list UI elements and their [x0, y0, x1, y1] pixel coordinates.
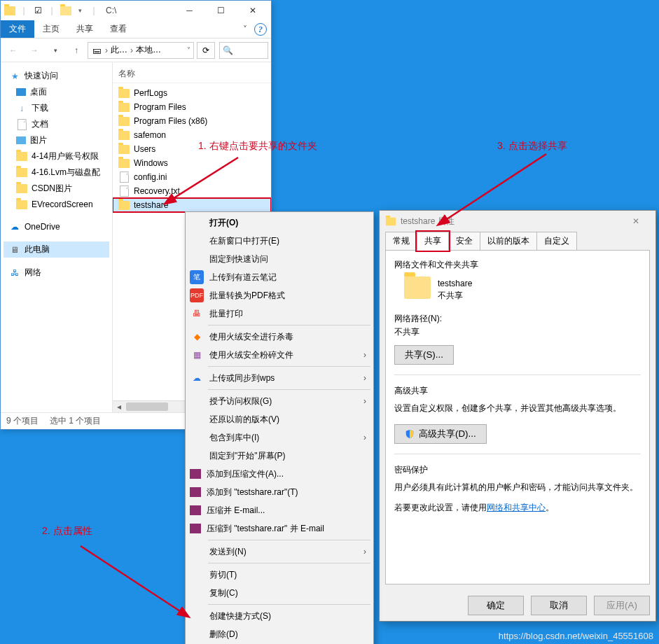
nav-downloads[interactable]: ↓下载	[4, 100, 109, 116]
address-dropdown-icon[interactable]: ˅	[187, 46, 190, 54]
ribbon-tab-share[interactable]: 共享	[68, 20, 102, 38]
refresh-button[interactable]: ⟳	[197, 42, 215, 59]
folder-large-icon	[404, 276, 431, 303]
rar-icon	[190, 487, 201, 497]
column-header-name[interactable]: 名称	[113, 65, 271, 83]
ctx-create-shortcut[interactable]: 创建快捷方式(S)	[187, 607, 372, 625]
ok-button[interactable]: 确定	[468, 596, 524, 615]
breadcrumb-2[interactable]: 本地…	[136, 44, 161, 56]
ctx-pin-start[interactable]: 固定到"开始"屏幕(P)	[187, 447, 372, 465]
ctx-huorong-scan[interactable]: ◆使用火绒安全进行杀毒	[187, 328, 372, 346]
ctx-compress-email[interactable]: 压缩并 E-mail...	[187, 501, 372, 519]
ctx-open[interactable]: 打开(O)	[187, 214, 372, 232]
breadcrumb-chevron[interactable]: ›	[130, 46, 133, 55]
drive-icon: 🖴	[91, 45, 102, 56]
close-button[interactable]: ✕	[622, 216, 650, 226]
ctx-copy[interactable]: 复制(C)	[187, 584, 372, 602]
nav-onedrive[interactable]: ☁OneDrive	[4, 219, 109, 234]
search-input[interactable]: 🔍	[219, 42, 268, 59]
qat-sep3: |	[88, 4, 100, 17]
properties-tabs: 常规 共享 安全 以前的版本 自定义	[380, 232, 655, 251]
apply-button[interactable]: 应用(A)	[594, 596, 650, 615]
nav-quick-access[interactable]: ★快速访问	[4, 68, 109, 84]
tab-customize[interactable]: 自定义	[536, 232, 577, 251]
ctx-delete[interactable]: 删除(D)	[187, 625, 372, 643]
nav-up-button[interactable]: ↑	[67, 41, 86, 60]
shred-icon: ▦	[190, 348, 204, 362]
share-folder-name: testshare	[438, 279, 472, 288]
ctx-include-library[interactable]: 包含到库中(I)›	[187, 428, 372, 447]
youdao-icon: 笔	[190, 270, 204, 284]
ctx-send-to[interactable]: 发送到(N)›	[187, 542, 372, 561]
ctx-upload-youdao[interactable]: 笔上传到有道云笔记	[187, 268, 372, 286]
ctx-grant-access[interactable]: 授予访问权限(G)›	[187, 392, 372, 410]
address-box[interactable]: 🖴 › 此… › 本地… ˅	[88, 42, 194, 59]
nav-back-button[interactable]: ←	[4, 41, 23, 60]
scroll-left-icon[interactable]: ◂	[113, 401, 125, 412]
ribbon-tab-home[interactable]: 主页	[34, 20, 68, 38]
nav-this-pc[interactable]: 🖥此电脑	[4, 241, 109, 258]
file-row[interactable]: Windows	[113, 156, 271, 170]
help-icon[interactable]: ?	[254, 23, 267, 36]
qat-sep2: |	[46, 4, 58, 17]
qat-dropdown-icon[interactable]: ▾	[74, 4, 86, 17]
close-button[interactable]: ✕	[237, 1, 268, 20]
ctx-add-rar[interactable]: 添加到 "testshare.rar"(T)	[187, 483, 372, 501]
tab-previous-versions[interactable]: 以前的版本	[480, 232, 537, 251]
ctx-restore-previous[interactable]: 还原以前的版本(V)	[187, 410, 372, 428]
section-network-share: 网络文件和文件夹共享	[394, 259, 641, 271]
file-row[interactable]: Program Files (x86)	[113, 114, 271, 128]
folder-icon	[16, 183, 27, 195]
folder-open-icon	[60, 4, 72, 17]
advanced-sharing-button[interactable]: 高级共享(D)...	[394, 424, 487, 444]
scrollbar-thumb[interactable]	[126, 402, 168, 411]
nav-history-button[interactable]: ▾	[46, 41, 65, 60]
nav-folder-3[interactable]: CSDN图片	[4, 181, 109, 197]
ctx-batch-print[interactable]: 🖶批量打印	[187, 304, 372, 323]
file-row[interactable]: Recovery.txt	[113, 184, 271, 198]
tab-security[interactable]: 安全	[448, 232, 480, 251]
breadcrumb-chevron[interactable]: ›	[105, 46, 108, 55]
tab-sharing[interactable]: 共享	[417, 232, 449, 251]
file-row-testshare[interactable]: testshare	[113, 198, 271, 212]
ctx-open-new-window[interactable]: 在新窗口中打开(E)	[187, 232, 372, 250]
minimize-button[interactable]: ─	[174, 1, 205, 20]
file-row[interactable]: PerfLogs	[113, 86, 271, 100]
tab-general[interactable]: 常规	[385, 232, 417, 251]
ctx-compress-rar-email[interactable]: 压缩到 "testshare.rar" 并 E-mail	[187, 519, 372, 538]
nav-documents[interactable]: 文档	[4, 116, 109, 132]
checkbox-icon[interactable]: ☑	[32, 4, 44, 17]
nav-network[interactable]: 🖧网络	[4, 265, 109, 281]
rar-icon	[190, 505, 201, 515]
ctx-cut[interactable]: 剪切(T)	[187, 566, 372, 584]
network-sharing-center-link[interactable]: 网络和共享中心	[487, 503, 546, 512]
cloud-icon: ☁	[9, 221, 20, 232]
file-row[interactable]: Program Files	[113, 100, 271, 114]
ctx-pin-quick-access[interactable]: 固定到快速访问	[187, 250, 372, 268]
ribbon-expand-icon[interactable]: ˅	[236, 20, 254, 38]
nav-desktop[interactable]: 桌面	[4, 84, 109, 100]
nav-folder-1[interactable]: 4-14用户账号权限	[4, 148, 109, 164]
nav-pictures[interactable]: 图片	[4, 132, 109, 148]
ribbon-tab-view[interactable]: 查看	[102, 20, 135, 38]
huorong-icon: ◆	[190, 330, 204, 344]
nav-folder-4[interactable]: EVrecordScreen	[4, 197, 109, 212]
maximize-button[interactable]: ☐	[205, 1, 237, 20]
ribbon-tab-file[interactable]: 文件	[1, 20, 34, 38]
chevron-right-icon: ›	[363, 547, 366, 556]
section-password-protection: 密码保护	[394, 464, 641, 476]
ctx-add-archive[interactable]: 添加到压缩文件(A)...	[187, 465, 372, 483]
file-row[interactable]: safemon	[113, 128, 271, 142]
nav-folder-2[interactable]: 4-16.Lvm与磁盘配	[4, 164, 109, 181]
network-path-value: 不共享	[394, 326, 641, 338]
cancel-button[interactable]: 取消	[531, 596, 587, 615]
ctx-wps-sync[interactable]: ☁上传或同步到wps›	[187, 369, 372, 387]
nav-forward-button[interactable]: →	[25, 41, 44, 60]
file-row[interactable]: config.ini	[113, 170, 271, 184]
ctx-convert-pdf[interactable]: PDF批量转换为PDF格式	[187, 286, 372, 304]
share-button[interactable]: 共享(S)...	[394, 345, 454, 365]
context-menu: 打开(O) 在新窗口中打开(E) 固定到快速访问 笔上传到有道云笔记 PDF批量…	[185, 211, 374, 644]
ctx-huorong-shred[interactable]: ▦使用火绒安全粉碎文件›	[187, 346, 372, 364]
breadcrumb-1[interactable]: 此…	[111, 44, 127, 56]
file-row[interactable]: Users	[113, 142, 271, 156]
